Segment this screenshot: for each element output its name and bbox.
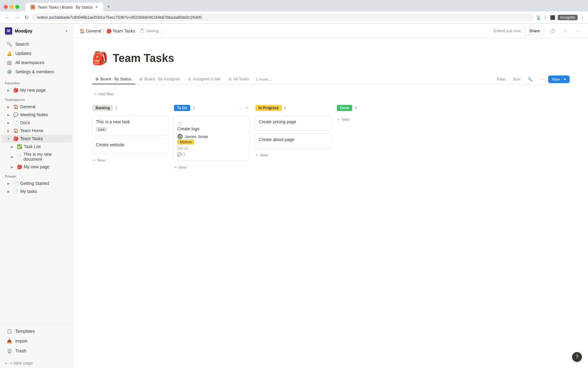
sidebar-item-meeting-notes[interactable]: ▶ 💬 Meeting Notes	[1, 111, 72, 119]
tab-all-tasks[interactable]: ⊟ All Tasks	[225, 74, 253, 84]
search-view-button[interactable]: 🔍	[525, 75, 535, 83]
sidebar-item-docs[interactable]: ▶ 📄 Docs	[1, 119, 72, 127]
sidebar-item-templates[interactable]: 📋 Templates	[1, 326, 72, 336]
all-tasks-tab-icon: ⊟	[228, 77, 232, 81]
tab-close-icon[interactable]: ✕	[95, 5, 98, 9]
forward-button[interactable]: →	[13, 13, 21, 21]
url-input[interactable]	[32, 13, 533, 21]
card-create-website[interactable]: Create website	[92, 138, 168, 154]
card-create-about-page[interactable]: Create about page	[255, 133, 331, 148]
sidebar-item-team-home[interactable]: ▶ 🏠 Team Home	[1, 127, 72, 135]
add-filter-button[interactable]: + Add filter	[92, 90, 570, 98]
sidebar-item-import[interactable]: 📥 Import	[1, 336, 72, 346]
sidebar-item-getting-started[interactable]: ▶ 📄 Getting Started	[1, 179, 72, 187]
more-options-icon[interactable]: ···	[574, 27, 582, 34]
my-tasks-label: My tasks	[20, 189, 37, 194]
board: Backlog 1 This is a new task Low Create …	[92, 104, 570, 178]
general-label: General	[20, 104, 36, 109]
more-views-label[interactable]: 1 more...	[254, 75, 273, 84]
page-emoji: 🎒	[92, 51, 108, 66]
bookmark-icon[interactable]: ☆	[544, 15, 548, 20]
sidebar-item-updates[interactable]: 🔔 Updates	[1, 49, 72, 58]
new-record-button[interactable]: New ▾	[548, 75, 570, 83]
maximize-dot[interactable]	[15, 5, 19, 9]
sort-button[interactable]: Sort	[511, 75, 523, 83]
new-page-plus-icon: +	[5, 361, 7, 366]
board-status-tab-label: Board · By Status	[100, 77, 131, 81]
help-button[interactable]: ?	[572, 352, 582, 362]
sidebar-item-team-tasks[interactable]: ▼ 🎒 Team Tasks	[1, 135, 72, 143]
updates-label: Updates	[15, 51, 31, 56]
card-create-logo[interactable]: 📄 Create logo JJ James Jonas Medium Oct …	[173, 115, 250, 161]
sidebar-item-my-tasks[interactable]: ▶ 📄 My tasks	[1, 187, 72, 195]
menu-icon[interactable]: ⋮	[580, 15, 584, 20]
favorites-section-label: Favorites	[0, 78, 73, 86]
card-new-task-tag: Low	[96, 127, 107, 132]
search-icon: 🔍	[6, 41, 12, 47]
more-view-options-button[interactable]: ···	[537, 75, 546, 83]
add-new-done-button[interactable]: + New	[336, 115, 413, 124]
sidebar-item-my-new-page-fav[interactable]: ▶ 🎒 My new page	[1, 86, 72, 94]
sidebar-item-my-new-doc[interactable]: ▶ 📄 This is my new document	[1, 151, 72, 163]
saving-label: Saving...	[146, 29, 162, 33]
sidebar-item-general[interactable]: ▶ 🏠 General	[1, 103, 72, 111]
card-new-task[interactable]: This is a new task Low	[92, 115, 168, 136]
share-button[interactable]: Share	[524, 27, 544, 35]
my-tasks-icon: 📄	[13, 189, 18, 194]
active-tab[interactable]: N Team Tasks | Board · By Status ✕	[25, 3, 103, 11]
close-dot[interactable]	[4, 5, 8, 9]
docs-icon: 📄	[13, 120, 18, 125]
add-new-inprogress-button[interactable]: + New	[255, 151, 331, 159]
column-more-options-button[interactable]: ···	[238, 105, 243, 111]
task-list-label: Task List	[24, 144, 40, 149]
reload-button[interactable]: ↻	[23, 13, 30, 21]
topbar-right: Edited just now Share 🕐 ☆ ···	[494, 27, 582, 35]
sidebar-item-my-new-page[interactable]: ▶ 🎒 My new page	[1, 163, 72, 171]
breadcrumb-team-tasks[interactable]: 🎒 Team Tasks	[106, 29, 135, 33]
new-tab-button[interactable]: +	[104, 2, 113, 11]
workspace-header[interactable]: M Moodjoy ▼	[0, 24, 73, 38]
add-new-done-label: New	[342, 117, 350, 122]
view-tabs: ⊞ Board · By Status ⊞ Board · By Assigne…	[92, 74, 570, 84]
filter-button[interactable]: Filter	[494, 75, 508, 83]
team-home-icon: 🏠	[13, 128, 18, 133]
task-list-icon: ✅	[17, 144, 22, 149]
card-create-pricing-page[interactable]: Create pricing page	[255, 115, 331, 131]
extensions-icon[interactable]: ⬛	[550, 15, 555, 20]
tab-board-by-status[interactable]: ⊞ Board · By Status	[92, 74, 135, 84]
saving-spinner-icon	[140, 29, 144, 33]
chevron-icon: ▶	[10, 164, 15, 169]
sidebar-item-task-list[interactable]: ▶ ✅ Task List	[1, 143, 72, 151]
minimize-dot[interactable]	[9, 5, 13, 9]
history-icon[interactable]: 🕐	[548, 27, 558, 34]
star-icon[interactable]: ☆	[561, 27, 570, 34]
new-record-chevron-icon[interactable]: ▾	[562, 77, 566, 82]
tab-assigned-to-me[interactable]: ⊟ Assigned to Me	[184, 74, 224, 84]
sidebar-nav: 🔍 Search 🔔 Updates 🏢 All teamspaces ⚙️ S…	[0, 38, 73, 78]
assigned-tab-icon: ⊟	[188, 77, 191, 81]
window-controls	[4, 5, 19, 9]
sidebar-item-trash[interactable]: 🗑️ Trash	[1, 346, 72, 356]
tab-board-by-assignee[interactable]: ⊞ Board · By Assignee	[136, 74, 184, 84]
sidebar-item-all-teamspaces[interactable]: 🏢 All teamspaces	[1, 58, 72, 67]
templates-icon: 📋	[6, 328, 12, 334]
add-new-backlog-button[interactable]: + New	[92, 156, 168, 164]
column-count-backlog: 1	[115, 106, 118, 110]
card-create-website-title: Create website	[96, 142, 164, 147]
sidebar-item-search[interactable]: 🔍 Search	[1, 40, 72, 49]
cast-icon[interactable]: 📡	[536, 15, 541, 20]
add-new-todo-button[interactable]: + New	[173, 163, 250, 171]
new-page-button[interactable]: + + New page	[0, 358, 73, 368]
import-label: Import	[15, 339, 28, 343]
view-actions: Filter Sort 🔍 ··· New ▾	[494, 75, 570, 83]
new-record-label: New	[552, 77, 560, 82]
sidebar-item-settings[interactable]: ⚙️ Settings & members	[1, 67, 72, 76]
column-add-button[interactable]: +	[245, 105, 249, 111]
back-button[interactable]: ←	[4, 13, 11, 21]
card-create-logo-date: Oct 13	[177, 146, 246, 151]
tab-favicon: N	[30, 5, 35, 10]
team-home-label: Team Home	[20, 128, 43, 133]
trash-icon: 🗑️	[6, 348, 12, 354]
breadcrumb-general[interactable]: 🏠 General	[80, 29, 101, 33]
column-todo: To Do 1 ··· + 📄 Create logo JJ	[173, 104, 250, 171]
